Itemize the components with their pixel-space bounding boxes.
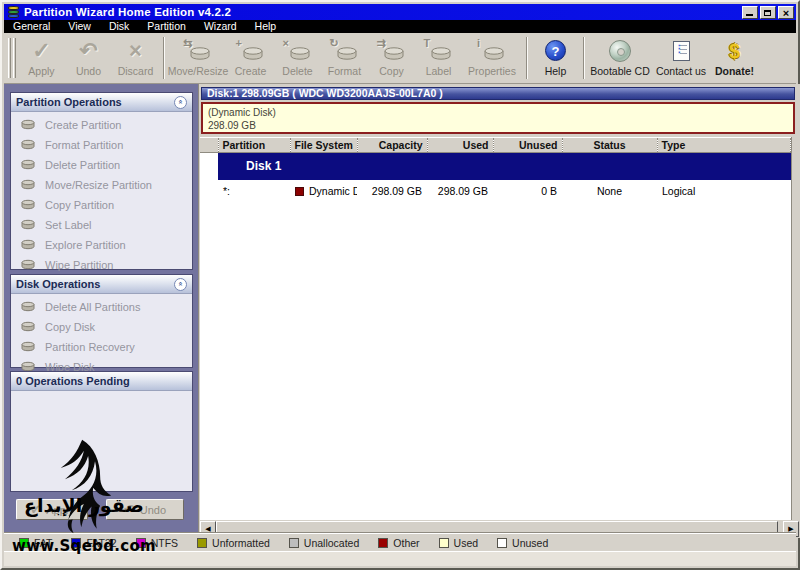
menu-view[interactable]: View bbox=[59, 20, 100, 33]
disk-header-bar: Disk:1 298.09GB ( WDC WD3200AAJS-00L7A0 … bbox=[201, 87, 795, 100]
undo-button[interactable]: ↶ Undo bbox=[65, 35, 112, 82]
unformatted-color-square bbox=[197, 538, 207, 548]
collapse-button[interactable]: « bbox=[174, 278, 187, 291]
sidebar-item-create-partition[interactable]: Create Partition bbox=[11, 115, 192, 135]
panel-title: Disk Operations bbox=[16, 278, 100, 290]
copy-button[interactable]: ⇉ Copy bbox=[368, 35, 415, 82]
gutter-header bbox=[200, 138, 218, 153]
close-button[interactable]: × bbox=[778, 6, 794, 19]
undo-arrow-icon: ↶ bbox=[79, 40, 97, 62]
restore-button[interactable] bbox=[760, 6, 776, 19]
arrow-right-icon: ▶ bbox=[788, 525, 793, 533]
ntfs-color-square bbox=[136, 538, 146, 548]
partition-row[interactable]: *: Dynamic Di... 298.09 GB 298.09 GB 0 B… bbox=[200, 180, 791, 203]
partition-table: Partition File System Capacity Used Unus… bbox=[200, 137, 792, 520]
cd-icon bbox=[609, 40, 631, 62]
other-color-square bbox=[378, 538, 388, 548]
sidebar-item-copy-disk[interactable]: Copy Disk bbox=[11, 317, 192, 337]
toolbar-grip bbox=[13, 38, 16, 78]
legend-fat: FAT bbox=[19, 537, 52, 549]
contact-note-icon bbox=[673, 41, 690, 61]
pending-count-title: 0 Operations Pending bbox=[16, 375, 130, 387]
help-button[interactable]: ? Help bbox=[532, 35, 579, 82]
disk-icon bbox=[20, 321, 36, 333]
disk-icon bbox=[20, 301, 36, 313]
sidebar-item-explore-partition[interactable]: Explore Partition bbox=[11, 235, 192, 255]
unused-color-square bbox=[497, 538, 507, 548]
disk-icon bbox=[20, 259, 36, 271]
sidebar-item-partition-recovery[interactable]: Partition Recovery bbox=[11, 337, 192, 357]
unallocated-color-square bbox=[289, 538, 299, 548]
sidebar-item-wipe-partition[interactable]: Wipe Partition bbox=[11, 255, 192, 275]
sidebar-item-move-resize-partition[interactable]: Move/Resize Partition bbox=[11, 175, 192, 195]
app-icon bbox=[7, 6, 20, 19]
col-file-system[interactable]: File System bbox=[290, 138, 357, 153]
disk-group-row[interactable]: Disk 1 bbox=[200, 153, 791, 180]
arrow-left-icon: ◀ bbox=[205, 525, 210, 533]
format-button[interactable]: ↻ Format bbox=[321, 35, 368, 82]
cell-status: None bbox=[562, 180, 657, 203]
apply-button[interactable]: ✓ Apply bbox=[18, 35, 65, 82]
sidebar-undo-button[interactable]: ↶ Undo bbox=[106, 499, 184, 520]
col-partition[interactable]: Partition bbox=[218, 138, 290, 153]
fs-color-square bbox=[295, 187, 304, 196]
disk-map-block[interactable]: (Dynamic Disk) 298.09 GB bbox=[201, 102, 795, 134]
donate-button[interactable]: $ Donate! bbox=[711, 35, 758, 82]
cell-type: Logical bbox=[657, 180, 791, 203]
disk-operations-panel: Disk Operations « Delete All Partitions … bbox=[10, 274, 193, 368]
toolbar-separator bbox=[163, 37, 165, 79]
toolbar-separator bbox=[583, 37, 585, 79]
sidebar-item-delete-partition[interactable]: Delete Partition bbox=[11, 155, 192, 175]
delete-button[interactable]: × Delete bbox=[274, 35, 321, 82]
menu-general[interactable]: General bbox=[4, 20, 59, 33]
operations-pending-header: 0 Operations Pending bbox=[11, 372, 192, 391]
apply-check-icon: ✓ bbox=[30, 502, 41, 517]
label-button[interactable]: T Label bbox=[415, 35, 462, 82]
minimize-button[interactable] bbox=[742, 6, 758, 19]
dollar-icon: $ bbox=[729, 41, 740, 61]
properties-button[interactable]: i Properties bbox=[462, 35, 522, 82]
bootable-cd-button[interactable]: Bootable CD bbox=[589, 35, 651, 82]
col-unused[interactable]: Unused bbox=[493, 138, 562, 153]
cell-file-system: Dynamic Di... bbox=[290, 180, 357, 203]
create-button[interactable]: + Create bbox=[227, 35, 274, 82]
col-type[interactable]: Type bbox=[657, 138, 791, 153]
contact-us-button[interactable]: Contact us bbox=[651, 35, 711, 82]
col-status[interactable]: Status bbox=[562, 138, 657, 153]
label-disk-icon: T bbox=[425, 40, 453, 62]
discard-x-icon: × bbox=[129, 40, 142, 62]
menu-help[interactable]: Help bbox=[246, 20, 286, 33]
menu-disk[interactable]: Disk bbox=[100, 20, 138, 33]
operations-pending-panel: 0 Operations Pending bbox=[10, 371, 193, 492]
sidebar-item-format-partition[interactable]: Format Partition bbox=[11, 135, 192, 155]
sidebar-apply-button[interactable]: ✓ Apply bbox=[16, 499, 88, 520]
legend-ntfs: NTFS bbox=[136, 537, 178, 549]
restore-icon bbox=[764, 10, 771, 16]
undo-arrow-icon: ↶ bbox=[124, 502, 135, 517]
legend-used: Used bbox=[439, 537, 479, 549]
disk-map-line1: (Dynamic Disk) bbox=[208, 106, 788, 119]
menu-partition[interactable]: Partition bbox=[138, 20, 195, 33]
sidebar-item-copy-partition[interactable]: Copy Partition bbox=[11, 195, 192, 215]
disk-group-label: Disk 1 bbox=[218, 153, 791, 180]
col-capacity[interactable]: Capacity bbox=[357, 138, 427, 153]
panel-title: Partition Operations bbox=[16, 96, 122, 108]
col-used[interactable]: Used bbox=[427, 138, 493, 153]
disk-icon bbox=[20, 199, 36, 211]
close-icon: × bbox=[779, 7, 793, 18]
disk-icon bbox=[20, 179, 36, 191]
disk-icon bbox=[20, 159, 36, 171]
sidebar-item-set-label[interactable]: Set Label bbox=[11, 215, 192, 235]
main-panel: Disk:1 298.09GB ( WDC WD3200AAJS-00L7A0 … bbox=[198, 84, 800, 538]
chevron-up-icon: « bbox=[176, 100, 184, 104]
move-resize-button[interactable]: ⇆ Move/Resize bbox=[169, 35, 227, 82]
menu-bar: General View Disk Partition Wizard Help bbox=[4, 20, 796, 33]
sidebar-item-delete-all-partitions[interactable]: Delete All Partitions bbox=[11, 297, 192, 317]
collapse-button[interactable]: « bbox=[174, 96, 187, 109]
discard-button[interactable]: × Discard bbox=[112, 35, 159, 82]
legend-unused: Unused bbox=[497, 537, 548, 549]
cell-partition: *: bbox=[218, 180, 290, 203]
sidebar: Partition Operations « Create Partition … bbox=[4, 84, 198, 535]
table-header-row: Partition File System Capacity Used Unus… bbox=[200, 138, 791, 153]
menu-wizard[interactable]: Wizard bbox=[195, 20, 246, 33]
